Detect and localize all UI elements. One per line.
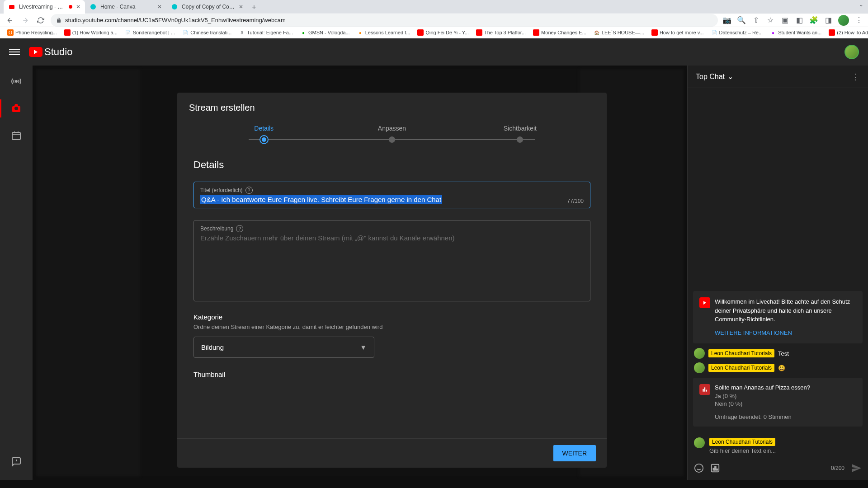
- svg-point-6: [695, 464, 703, 472]
- bookmark-item[interactable]: 📄Datenschutz – Re...: [708, 28, 766, 37]
- chat-avatar[interactable]: [694, 362, 705, 373]
- bookmark-item[interactable]: Qing Fei De Yi - Y...: [415, 28, 472, 37]
- chevron-down-icon[interactable]: ⌄: [859, 1, 863, 8]
- chevron-down-icon: ⌄: [727, 72, 733, 81]
- browser-tab-active[interactable]: Livestreaming - YouTube S ✕: [4, 0, 85, 14]
- description-label: Beschreibung ?: [200, 225, 584, 232]
- step-details[interactable]: Details: [200, 125, 328, 145]
- bookmark-item[interactable]: ●Student Wants an...: [767, 28, 824, 37]
- calendar-icon[interactable]: [7, 127, 25, 145]
- feedback-icon[interactable]: [7, 453, 25, 471]
- profile-avatar[interactable]: [838, 15, 849, 26]
- poll-status: Umfrage beendet: 0 Stimmen: [715, 413, 856, 420]
- tab-title: Copy of Copy of Copy of Cop: [182, 4, 235, 10]
- chat-message: Leon Chaudhari Tutorials Test: [688, 346, 868, 361]
- camera-icon[interactable]: 📷: [722, 16, 731, 25]
- url-field[interactable]: studio.youtube.com/channel/UC1a5FWVn0gUk…: [51, 14, 718, 27]
- bookmark-item[interactable]: 📄Sonderangebot | ...: [122, 28, 178, 37]
- forward-button[interactable]: [20, 15, 31, 26]
- category-desc: Ordne deinen Stream einer Kategorie zu, …: [193, 324, 590, 330]
- author-badge[interactable]: Leon Chaudhari Tutorials: [708, 364, 774, 372]
- svg-rect-2: [12, 132, 20, 140]
- webcam-icon[interactable]: [7, 99, 25, 117]
- author-badge[interactable]: Leon Chaudhari Tutorials: [708, 349, 774, 357]
- category-dropdown[interactable]: Bildung ▼: [193, 337, 374, 358]
- chat-mode-selector[interactable]: Top Chat ⌄: [696, 72, 733, 81]
- svg-rect-10: [717, 469, 718, 470]
- zoom-icon[interactable]: 🔍: [737, 16, 746, 25]
- user-avatar[interactable]: [844, 45, 859, 59]
- char-counter: 77/100: [567, 198, 584, 204]
- canva-favicon: [171, 3, 178, 10]
- help-icon[interactable]: ?: [245, 187, 253, 194]
- send-icon[interactable]: [851, 463, 862, 474]
- chat-footer: 0/200: [688, 459, 868, 480]
- bookmark-item[interactable]: Money Changes E...: [530, 28, 589, 37]
- left-rail: [0, 66, 33, 480]
- svg-rect-4: [704, 387, 705, 391]
- close-icon[interactable]: ✕: [76, 4, 80, 10]
- reload-button[interactable]: [35, 15, 46, 26]
- puzzle-icon[interactable]: 🧩: [809, 16, 818, 25]
- url-text: studio.youtube.com/channel/UC1a5FWVn0gUk…: [65, 17, 286, 23]
- help-icon[interactable]: ?: [236, 225, 243, 232]
- thumbnail-title: Thumbnail: [193, 371, 590, 378]
- bookmark-item[interactable]: (1) How Working a...: [61, 28, 120, 37]
- address-bar: studio.youtube.com/channel/UC1a5FWVn0gUk…: [0, 14, 868, 27]
- chat-avatar[interactable]: [694, 437, 705, 448]
- stepper: Details Anpassen Sichtbarkeit: [177, 120, 607, 145]
- bookmark-item[interactable]: The Top 3 Platfor...: [473, 28, 528, 37]
- bookmark-item[interactable]: ●GMSN - Vologda...: [297, 28, 353, 37]
- chat-input[interactable]: Gib hier deinen Text ein...: [709, 447, 862, 457]
- category-title: Kategorie: [193, 313, 590, 321]
- chat-panel: Top Chat ⌄ ⋮ Willkommen im Livechat! Bit…: [687, 66, 868, 480]
- step-visibility[interactable]: Sichtbarkeit: [456, 125, 584, 145]
- caret-down-icon: ▼: [360, 343, 367, 351]
- bookmark-item[interactable]: How to get more v...: [649, 28, 707, 37]
- chat-welcome-card: Willkommen im Livechat! Bitte achte auf …: [693, 291, 863, 343]
- bookmark-item[interactable]: (2) How To Add A...: [826, 28, 868, 37]
- emoji-icon[interactable]: [694, 463, 704, 473]
- chat-body: Willkommen im Livechat! Bitte achte auf …: [688, 88, 868, 434]
- studio-label: Studio: [44, 46, 72, 58]
- extension-icon[interactable]: ▣: [780, 16, 789, 25]
- share-icon[interactable]: ⇧: [751, 16, 760, 25]
- new-tab-button[interactable]: +: [248, 1, 260, 14]
- message-text: Test: [778, 350, 789, 357]
- side-panel-icon[interactable]: ◨: [824, 16, 833, 25]
- browser-tab[interactable]: Home - Canva ✕: [85, 0, 166, 14]
- back-button[interactable]: [5, 15, 15, 26]
- bookmark-item[interactable]: #Tutorial: Eigene Fa...: [236, 28, 296, 37]
- browser-tab[interactable]: Copy of Copy of Copy of Cop ✕: [166, 0, 248, 14]
- hamburger-menu[interactable]: [9, 47, 20, 57]
- title-input[interactable]: Q&A - Ich beantworte Eure Fragen live. S…: [200, 196, 584, 203]
- next-button[interactable]: WEITER: [553, 445, 596, 461]
- svg-rect-5: [706, 390, 707, 392]
- stream-icon[interactable]: [7, 72, 25, 90]
- poll-card: Sollte man Ananas auf Pizza essen? Ja (0…: [693, 378, 863, 427]
- more-info-link[interactable]: WEITERE INFORMATIONEN: [715, 328, 856, 338]
- extension-icon[interactable]: ◧: [795, 16, 804, 25]
- bookmark-item[interactable]: ●Lessons Learned f...: [354, 28, 413, 37]
- bookmark-item[interactable]: 🏠LEE´S HOUSE—...: [591, 28, 647, 37]
- step-customize[interactable]: Anpassen: [328, 125, 456, 145]
- modal-footer: WEITER: [177, 438, 607, 468]
- poll-icon[interactable]: [710, 463, 720, 473]
- chat-menu-icon[interactable]: ⋮: [852, 72, 860, 82]
- studio-logo[interactable]: Studio: [29, 46, 72, 58]
- description-field[interactable]: Beschreibung ? Erzähle Zuschauern mehr ü…: [193, 220, 590, 301]
- chat-char-counter: 0/200: [831, 465, 844, 471]
- svg-point-1: [15, 108, 17, 109]
- bookmark-item[interactable]: OPhone Recycling...: [5, 28, 60, 37]
- lock-icon: [56, 18, 61, 23]
- close-icon[interactable]: ✕: [157, 4, 162, 10]
- menu-icon[interactable]: ⋮: [854, 16, 863, 25]
- close-icon[interactable]: ✕: [239, 4, 243, 10]
- chat-avatar[interactable]: [694, 348, 705, 359]
- stage: Stream erstellen Details Anpassen Sichtb…: [33, 66, 687, 480]
- title-field[interactable]: Titel (erforderlich) ? Q&A - Ich beantwo…: [193, 182, 590, 208]
- star-icon[interactable]: ☆: [766, 16, 775, 25]
- poll-option: Ja (0 %): [715, 393, 856, 399]
- bookmark-item[interactable]: 📄Chinese translati...: [179, 28, 234, 37]
- youtube-icon: [29, 47, 42, 57]
